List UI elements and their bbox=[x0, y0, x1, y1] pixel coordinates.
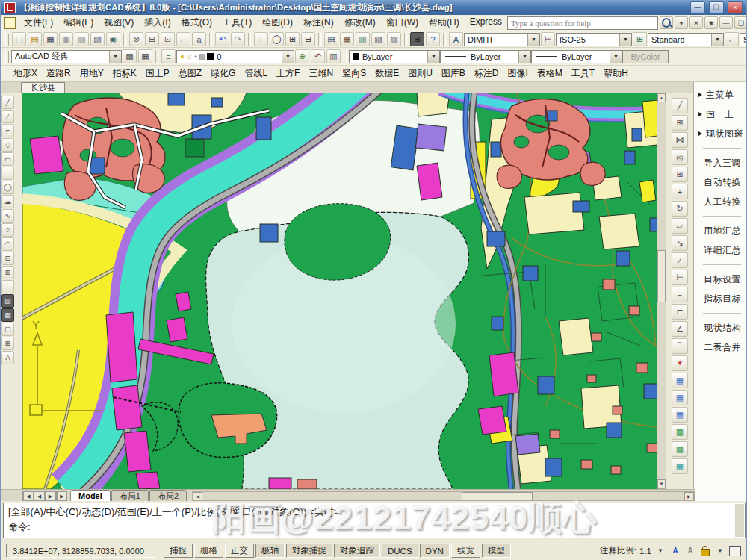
trim-icon[interactable]: ∕ bbox=[672, 252, 688, 268]
plugin-menu-item-18[interactable]: 帮助H bbox=[599, 66, 633, 81]
move-icon[interactable]: + bbox=[672, 184, 688, 199]
mleader-style-icon[interactable]: ⌐ bbox=[725, 32, 739, 46]
status-toggle-8[interactable]: 线宽 bbox=[451, 544, 480, 558]
plugin-menu-item-1[interactable]: 道路R bbox=[42, 66, 75, 81]
3d-dwf-icon[interactable]: ◉ bbox=[106, 32, 120, 46]
chamfer-icon[interactable]: ∠ bbox=[672, 321, 688, 337]
toolbar-grip[interactable] bbox=[5, 51, 9, 63]
cut-icon[interactable]: ⊗ bbox=[129, 32, 143, 46]
scroll-right-icon[interactable]: ▶ bbox=[684, 492, 694, 500]
prev-tab-icon[interactable]: ◀ bbox=[34, 491, 45, 501]
chevron-down-icon[interactable]: ▼ bbox=[610, 51, 622, 63]
layout-tab-1[interactable]: 布局1 bbox=[111, 490, 149, 501]
zoom-window-icon[interactable]: ⊞ bbox=[285, 32, 300, 46]
polyline-icon[interactable]: ⌐ bbox=[1, 124, 14, 137]
layout-tab-0[interactable]: Model bbox=[70, 490, 111, 501]
open-icon[interactable]: ▤ bbox=[28, 32, 42, 46]
break-icon[interactable]: ⌐ bbox=[672, 287, 688, 302]
make-block-icon[interactable]: ⊞ bbox=[1, 266, 14, 279]
search-icon[interactable] bbox=[660, 16, 673, 29]
plugin-menu-item-4[interactable]: 国土P bbox=[141, 66, 174, 81]
lineweight-combo[interactable]: ByLayer ▼ bbox=[531, 50, 622, 63]
layer-combo[interactable]: ● ☼ ▪ ▤ 0 ▼ bbox=[176, 50, 294, 63]
new-icon[interactable]: ▢ bbox=[12, 32, 26, 46]
help-icon[interactable]: ? bbox=[426, 32, 440, 46]
panel-item-4[interactable]: 自动转换 bbox=[694, 172, 747, 192]
plugin-menu-item-6[interactable]: 绿化G bbox=[206, 66, 240, 81]
plugin-menu-item-2[interactable]: 用地Y bbox=[75, 66, 108, 81]
layer-lock-icon[interactable]: ▪ bbox=[194, 52, 197, 60]
toolbar-grip[interactable] bbox=[5, 34, 9, 46]
pan-icon[interactable]: + bbox=[254, 32, 268, 46]
annotation-scale-dropdown-icon[interactable]: ▼ bbox=[654, 545, 666, 556]
chevron-down-icon[interactable]: ▼ bbox=[619, 34, 631, 46]
explode-icon[interactable]: ✶ bbox=[672, 355, 688, 371]
redo-icon[interactable]: ↷ bbox=[231, 32, 245, 46]
layer-tool-1-icon[interactable]: ▦ bbox=[672, 373, 688, 388]
status-toggle-5[interactable]: 对象追踪 bbox=[334, 544, 380, 558]
panel-item-2[interactable]: 现状图斑 bbox=[694, 124, 747, 143]
menu-item-9[interactable]: 窗口(W) bbox=[381, 15, 424, 31]
offset-icon[interactable]: ◎ bbox=[672, 149, 688, 165]
insert-block-icon[interactable]: ⊡ bbox=[1, 252, 14, 265]
layer-tool-6-icon[interactable]: ▦ bbox=[672, 458, 688, 474]
plugin-menu-item-7[interactable]: 管线L bbox=[240, 66, 272, 81]
next-tab-icon[interactable]: ▶ bbox=[45, 491, 56, 501]
layer-freeze-icon[interactable]: ☼ bbox=[186, 52, 193, 60]
workspace-combo[interactable]: AutoCAD 经典 ▼ bbox=[11, 50, 122, 63]
table-style-combo[interactable]: Standard ▼ bbox=[648, 33, 724, 46]
layer-properties-icon[interactable]: ≡ bbox=[161, 49, 176, 63]
layer-tool-5-icon[interactable]: ▦ bbox=[672, 441, 688, 457]
panel-item-1[interactable]: 国 土 bbox=[694, 105, 747, 124]
zoom-realtime-icon[interactable]: ◯ bbox=[270, 32, 284, 46]
spline-icon[interactable]: ∿ bbox=[1, 209, 14, 223]
workspace-settings-icon[interactable]: ▩ bbox=[123, 49, 137, 63]
hatch-icon[interactable]: ▨ bbox=[1, 294, 14, 308]
mleader-style-combo[interactable]: Standa bbox=[740, 33, 747, 46]
chevron-down-icon[interactable]: ▼ bbox=[427, 51, 439, 63]
tool-palettes-icon[interactable]: ▥ bbox=[356, 32, 370, 46]
fillet-icon[interactable]: ⌒ bbox=[672, 338, 688, 354]
match-properties-icon[interactable]: ⌐ bbox=[176, 32, 190, 46]
plugin-menu-item-13[interactable]: 图库B bbox=[437, 66, 470, 81]
menu-item-1[interactable]: 编辑(E) bbox=[58, 15, 99, 31]
construction-line-icon[interactable]: ⁄ bbox=[1, 110, 14, 123]
undo-icon[interactable]: ↶ bbox=[215, 32, 229, 46]
block-editor-icon[interactable]: a bbox=[192, 32, 206, 46]
layer-tool-4-icon[interactable]: ▦ bbox=[672, 424, 688, 440]
rotate-icon[interactable]: ↻ bbox=[672, 201, 688, 217]
chevron-down-icon[interactable]: ▼ bbox=[282, 51, 294, 63]
status-menu-icon[interactable]: ▼ bbox=[714, 545, 726, 556]
vertical-scroll-thumb[interactable] bbox=[657, 250, 666, 302]
chevron-down-icon[interactable]: ▼ bbox=[711, 34, 723, 46]
chevron-down-icon[interactable]: ▼ bbox=[518, 51, 530, 63]
text-style-combo[interactable]: DIMHT ▼ bbox=[464, 33, 540, 46]
comm-center-icon[interactable]: ✕ bbox=[689, 16, 703, 29]
first-tab-icon[interactable]: ◀ bbox=[22, 491, 34, 501]
menu-item-3[interactable]: 插入(I) bbox=[139, 15, 176, 31]
menu-item-8[interactable]: 修改(M) bbox=[339, 15, 381, 31]
menu-item-4[interactable]: 格式(O) bbox=[176, 15, 217, 31]
color-combo[interactable]: ByLayer ▼ bbox=[349, 50, 440, 63]
status-toggle-0[interactable]: 捕捉 bbox=[164, 544, 193, 558]
panel-item-9[interactable]: 指标目标 bbox=[694, 289, 747, 308]
vertical-scrollbar[interactable]: ▲ ▼ bbox=[657, 93, 666, 489]
plugin-menu-item-8[interactable]: 土方F bbox=[272, 66, 304, 81]
plugin-menu-item-14[interactable]: 标注D bbox=[470, 66, 503, 81]
mdi-restore-button[interactable]: ❏ bbox=[734, 16, 747, 29]
plugin-menu-item-0[interactable]: 地形X bbox=[9, 66, 42, 81]
plugin-menu-item-3[interactable]: 指标K bbox=[108, 66, 141, 81]
menu-item-0[interactable]: 文件(F) bbox=[19, 15, 58, 31]
horizontal-scrollbar[interactable]: ◀ ▶ bbox=[192, 491, 695, 501]
point-icon[interactable]: · bbox=[1, 280, 14, 293]
drawing-tab[interactable]: 长沙县 bbox=[21, 82, 65, 93]
last-tab-icon[interactable]: ▶ bbox=[56, 491, 67, 501]
layer-plot-icon[interactable]: ▤ bbox=[199, 52, 205, 60]
title-bar[interactable]: 【湘源控制性详细规划CAD系统】8.0版 - [C:\Users\Adminis… bbox=[1, 0, 746, 15]
annotation-scale-value[interactable]: 1:1 bbox=[639, 547, 651, 556]
scroll-left-icon[interactable]: ◀ bbox=[193, 492, 202, 500]
restore-button[interactable]: ❏ bbox=[709, 1, 724, 13]
stretch-icon[interactable]: ↘ bbox=[672, 235, 688, 251]
panel-item-7[interactable]: 详细汇总 bbox=[694, 240, 747, 260]
properties-icon[interactable]: ▤ bbox=[324, 32, 338, 46]
